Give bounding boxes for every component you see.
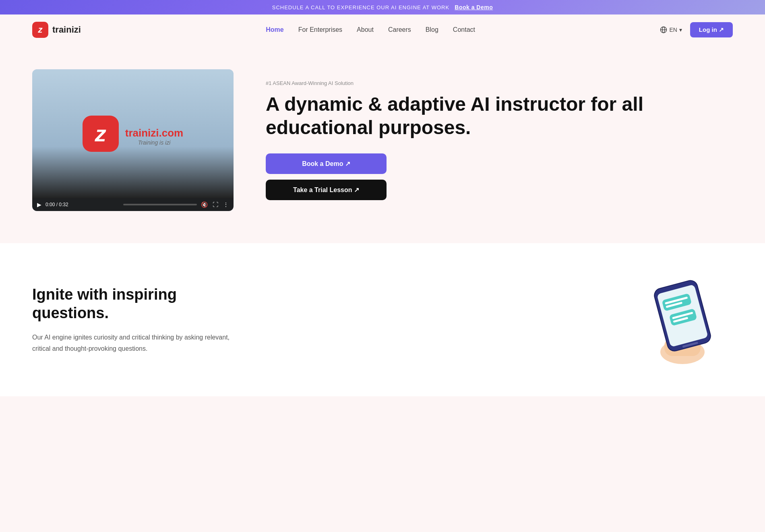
hero-text: #1 ASEAN Award-Winning AI Solution A dyn…	[266, 80, 733, 200]
video-frame: z trainizi.com Training is izi	[32, 69, 234, 198]
phone-illustration	[642, 275, 723, 364]
logo-icon: z	[32, 22, 48, 38]
banner-cta-link[interactable]: Book a Demo	[455, 4, 493, 10]
video-brand-tagline: Training is izi	[125, 139, 183, 146]
ignite-section: Ignite with inspiring questions. Our AI …	[0, 243, 765, 396]
hero-title: A dynamic & adaptive AI instructor for a…	[266, 93, 733, 139]
login-button[interactable]: Log in ↗	[690, 22, 733, 37]
video-brand-name: trainizi.com	[125, 127, 183, 139]
video-logo-icon: z	[83, 116, 119, 152]
video-controls: ▶ 0:00 / 0:32 🔇 ⛶ ⋮	[32, 198, 234, 211]
ignite-text: Ignite with inspiring questions. Our AI …	[32, 286, 242, 354]
trial-lesson-button[interactable]: Take a Trial Lesson ↗	[266, 180, 387, 200]
globe-icon	[660, 26, 667, 33]
nav-enterprises[interactable]: For Enterprises	[298, 26, 342, 33]
nav-contact[interactable]: Contact	[453, 26, 475, 33]
main-nav: Home For Enterprises About Careers Blog …	[266, 26, 475, 33]
time-display: 0:00 / 0:32	[45, 202, 119, 207]
progress-bar[interactable]	[123, 204, 197, 205]
announcement-banner: SCHEDULE A CALL TO EXPERIENCE OUR AI ENG…	[0, 0, 765, 14]
book-demo-button[interactable]: Book a Demo ↗	[266, 153, 387, 174]
nav-home[interactable]: Home	[266, 26, 283, 33]
login-label: Log in ↗	[699, 26, 724, 33]
hero-section: z trainizi.com Training is izi ▶ 0:00 / …	[0, 45, 765, 243]
language-selector[interactable]: EN ▾	[660, 26, 682, 33]
logo-name: trainizi	[52, 25, 81, 35]
banner-text: SCHEDULE A CALL TO EXPERIENCE OUR AI ENG…	[272, 4, 449, 10]
nav-about[interactable]: About	[357, 26, 374, 33]
video-icon-controls: 🔇 ⛶ ⋮	[201, 201, 229, 208]
lang-chevron: ▾	[679, 27, 682, 33]
video-brand-text: trainizi.com Training is izi	[125, 127, 183, 146]
ignite-illustration	[632, 275, 733, 364]
book-demo-label: Book a Demo ↗	[302, 160, 350, 168]
fullscreen-icon[interactable]: ⛶	[213, 201, 218, 208]
logo[interactable]: z trainizi	[32, 22, 81, 38]
nav-blog[interactable]: Blog	[426, 26, 438, 33]
site-header: z trainizi Home For Enterprises About Ca…	[0, 14, 765, 45]
nav-careers[interactable]: Careers	[388, 26, 411, 33]
hero-badge: #1 ASEAN Award-Winning AI Solution	[266, 80, 733, 86]
play-button[interactable]: ▶	[37, 201, 41, 208]
ignite-title: Ignite with inspiring questions.	[32, 286, 242, 322]
mute-icon[interactable]: 🔇	[201, 201, 208, 208]
header-right: EN ▾ Log in ↗	[660, 22, 733, 37]
cta-buttons: Book a Demo ↗ Take a Trial Lesson ↗	[266, 153, 387, 200]
more-icon[interactable]: ⋮	[223, 201, 229, 208]
trial-lesson-label: Take a Trial Lesson ↗	[293, 186, 359, 194]
ignite-description: Our AI engine ignites curiosity and crit…	[32, 332, 242, 354]
video-logo-area: z trainizi.com Training is izi	[83, 116, 183, 152]
video-player[interactable]: z trainizi.com Training is izi ▶ 0:00 / …	[32, 69, 234, 211]
lang-label: EN	[669, 27, 677, 33]
